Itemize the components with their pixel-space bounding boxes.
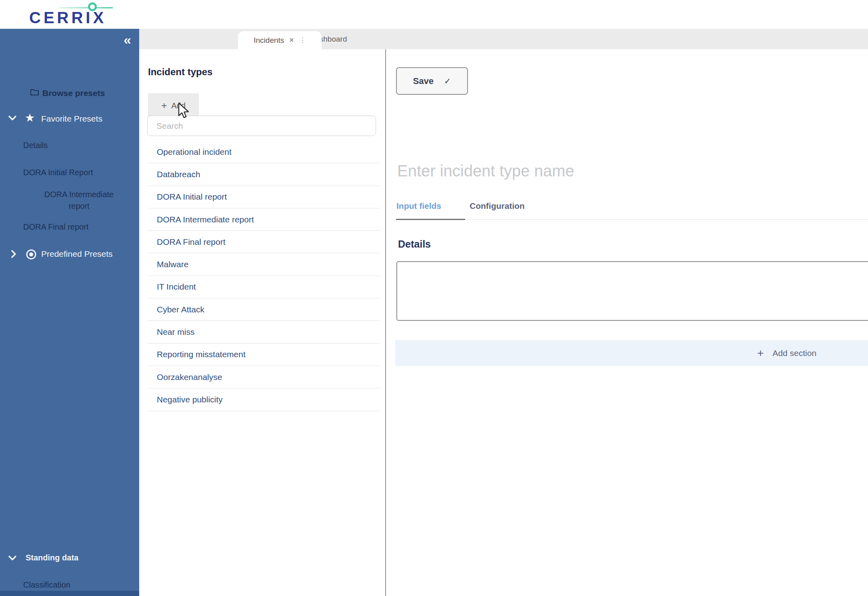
details-heading: Details bbox=[398, 238, 431, 250]
incident-type-label: Malware bbox=[157, 260, 188, 269]
incident-type-label: Databreach bbox=[157, 170, 200, 179]
add-section-row[interactable]: + Add section bbox=[395, 340, 868, 366]
sidebar-item-details[interactable]: Details bbox=[23, 141, 48, 150]
sidebar-item-favorite-presets[interactable]: Favorite Presets bbox=[41, 114, 102, 124]
add-section-label: Add section bbox=[772, 348, 816, 358]
panel-divider bbox=[385, 49, 386, 596]
incident-type-label: Oorzakenanalyse bbox=[157, 372, 222, 382]
incident-type-row[interactable]: Near miss bbox=[147, 321, 380, 343]
sidebar-collapse-icon[interactable]: « bbox=[124, 32, 131, 48]
incident-type-label: Reporting misstatement bbox=[157, 350, 246, 359]
sidebar: « Browse presets ★ Favorite Presets Deta… bbox=[0, 29, 139, 596]
incident-type-label: IT Incident bbox=[157, 282, 196, 292]
incident-type-label: DORA Initial report bbox=[157, 192, 227, 202]
sidebar-item-predefined-presets[interactable]: Predefined Presets bbox=[41, 249, 113, 259]
chevron-down-icon[interactable] bbox=[8, 555, 17, 561]
sidebar-item-dora-intermediate-report[interactable]: DORA Intermediate report bbox=[34, 189, 124, 212]
chevron-down-icon[interactable] bbox=[8, 115, 17, 121]
incident-type-label: Cyber Attack bbox=[157, 305, 204, 314]
checkmark-icon: ✓ bbox=[444, 76, 451, 86]
add-incident-type-button[interactable]: + Add bbox=[148, 93, 199, 118]
sidebar-item-browse-presets[interactable]: Browse presets bbox=[30, 88, 105, 98]
incident-type-row[interactable]: Databreach bbox=[147, 163, 380, 186]
app-logo: CERRIX bbox=[29, 9, 106, 27]
close-icon[interactable]: ✕ bbox=[289, 36, 294, 44]
tab-incidents-label: Incidents bbox=[254, 36, 284, 45]
sidebar-item-classification[interactable]: Classification bbox=[23, 580, 70, 590]
chevron-right-icon[interactable] bbox=[11, 250, 16, 258]
search-input[interactable] bbox=[147, 116, 376, 136]
incident-type-label: DORA Final report bbox=[157, 237, 226, 247]
tab-incidents[interactable]: Incidents ✕ ⋮ bbox=[238, 31, 322, 49]
incident-type-label: Operational incident bbox=[157, 147, 232, 157]
tab-input-fields[interactable]: Input fields bbox=[396, 201, 441, 211]
plus-icon: + bbox=[757, 347, 764, 360]
plus-icon: + bbox=[161, 100, 167, 111]
incident-type-label: DORA Intermediate report bbox=[157, 215, 254, 224]
tab-underline-track bbox=[396, 219, 868, 220]
sidebar-item-label: Browse presets bbox=[42, 88, 105, 98]
incident-type-row[interactable]: Oorzakenanalyse bbox=[147, 366, 380, 388]
target-icon bbox=[26, 249, 37, 262]
sidebar-item-dora-final-report[interactable]: DORA Final report bbox=[23, 222, 88, 232]
details-textarea[interactable] bbox=[396, 261, 868, 321]
add-button-label: Add bbox=[171, 101, 186, 110]
incident-type-row[interactable]: Negative publicity bbox=[147, 388, 380, 411]
save-button-label: Save bbox=[413, 76, 434, 86]
incident-type-row[interactable]: DORA Intermediate report bbox=[147, 208, 380, 231]
folder-icon bbox=[30, 88, 39, 98]
tab-configuration[interactable]: Configuration bbox=[470, 201, 525, 211]
incident-type-row[interactable]: Malware bbox=[147, 253, 380, 276]
sidebar-item-standing-data[interactable]: Standing data bbox=[26, 553, 78, 562]
incident-type-row[interactable]: DORA Final report bbox=[147, 231, 380, 253]
incident-type-row[interactable]: Cyber Attack bbox=[147, 298, 380, 321]
incident-type-row[interactable]: Operational incident bbox=[147, 141, 380, 163]
sidebar-bottom-strip bbox=[0, 591, 139, 596]
star-icon: ★ bbox=[25, 111, 35, 124]
incident-type-label: Negative publicity bbox=[157, 395, 223, 404]
sidebar-item-dora-initial-report[interactable]: DORA Initial Report bbox=[23, 168, 93, 177]
save-button[interactable]: Save ✓ bbox=[396, 67, 468, 95]
kebab-menu-icon[interactable]: ⋮ bbox=[299, 36, 306, 44]
incident-type-name-input[interactable] bbox=[397, 159, 853, 182]
tab-strip: Dashboard Incidents ✕ ⋮ bbox=[139, 29, 868, 49]
incident-types-title: Incident types bbox=[148, 66, 212, 78]
incident-type-row[interactable]: DORA Initial report bbox=[147, 186, 380, 208]
active-tab-underline bbox=[396, 219, 465, 220]
app-header: CERRIX bbox=[0, 0, 868, 29]
incident-type-row[interactable]: IT Incident bbox=[147, 276, 380, 298]
incident-type-list: Operational incident Databreach DORA Ini… bbox=[147, 141, 380, 411]
incident-type-row[interactable]: Reporting misstatement bbox=[147, 344, 380, 366]
incident-type-label: Near miss bbox=[157, 327, 195, 337]
logo-line-decoration bbox=[59, 7, 113, 8]
